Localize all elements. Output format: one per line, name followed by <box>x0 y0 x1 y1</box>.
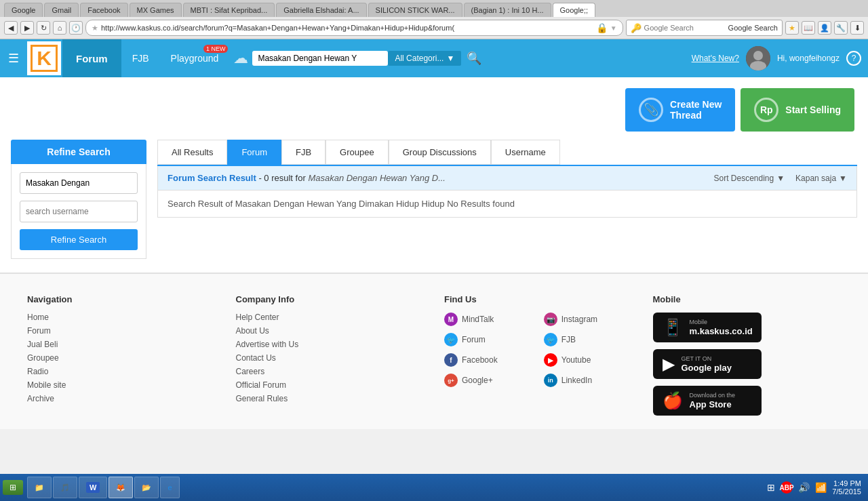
find-us-fjb[interactable]: 🐦 FJB <box>544 333 633 346</box>
start-selling-icon: Rp <box>754 98 778 122</box>
footer-nav-groupee[interactable]: Groupee <box>27 353 216 363</box>
tab-username[interactable]: Username <box>491 140 560 165</box>
search-area: All Results Forum FJB Groupee Group Disc… <box>157 140 857 259</box>
browser-search-bar[interactable]: 🔑 Google Search <box>626 20 783 36</box>
instagram-icon: 📷 <box>544 313 557 326</box>
googleplus-icon: g+ <box>444 374 458 387</box>
create-thread-label: Create NewThread <box>670 99 722 121</box>
footer-advertise[interactable]: Advertise with Us <box>236 340 425 349</box>
find-us-facebook[interactable]: f Facebook <box>444 353 533 367</box>
back-button[interactable]: ◀ <box>4 21 18 35</box>
find-us-googleplus[interactable]: g+ Google+ <box>444 374 533 387</box>
bookmark-icon[interactable]: 📖 <box>802 21 815 35</box>
content-area: Refine Search Refine Search All Results … <box>0 140 868 273</box>
refine-search-button[interactable]: Refine Search <box>20 229 138 250</box>
search-icon[interactable]: 🔍 <box>461 51 487 66</box>
tab-all-results[interactable]: All Results <box>157 140 227 165</box>
sidebar-body: Refine Search <box>11 164 146 259</box>
footer-company: Company Info Help Center About Us Advert… <box>236 294 425 416</box>
google-search-input[interactable] <box>644 24 726 32</box>
kaskus-mobile-text: Mobile m.kaskus.co.id <box>690 319 753 336</box>
tab-gmail[interactable]: Gmail <box>44 3 79 17</box>
nav-playground[interactable]: Playground 1 NEW <box>160 39 230 77</box>
tab-mbti[interactable]: MBTI : Sifat Kepribad... <box>183 3 275 17</box>
find-us-mindtalk[interactable]: M MindTalk <box>444 313 533 326</box>
nav-forum[interactable]: Forum <box>62 39 121 77</box>
tab-mxgames[interactable]: MX Games <box>130 3 182 17</box>
find-us-forum[interactable]: 🐦 Forum <box>444 333 533 346</box>
kaskus-mobile-subtitle: Mobile <box>690 319 753 326</box>
user-avatar[interactable] <box>746 46 770 71</box>
find-us-instagram[interactable]: 📷 Instagram <box>544 313 633 326</box>
find-us-linkedin[interactable]: in LinkedIn <box>544 374 633 387</box>
download-icon[interactable]: ⬇ <box>850 21 864 35</box>
footer-help-center[interactable]: Help Center <box>236 313 425 322</box>
nav-fjb[interactable]: FJB <box>121 39 160 77</box>
create-thread-icon: 📎 <box>639 98 663 122</box>
google-play-badge[interactable]: ▶ GET IT ON Google play <box>653 349 762 379</box>
tab-google2[interactable]: Google;; <box>553 3 596 17</box>
google-play-text: GET IT ON Google play <box>682 355 732 373</box>
footer-contact-us[interactable]: Contact Us <box>236 353 425 363</box>
tab-facebook[interactable]: Facebook <box>80 3 127 17</box>
footer-nav-jualbeli[interactable]: Jual Beli <box>27 340 216 349</box>
lock-icon: ★ <box>92 24 98 33</box>
refresh-button[interactable]: ↻ <box>37 21 50 35</box>
footer-grid: Navigation Home Forum Jual Beli Groupee … <box>27 294 841 416</box>
create-thread-button[interactable]: 📎 Create NewThread <box>625 88 735 132</box>
tab-forum[interactable]: Forum <box>227 140 281 165</box>
footer-mobile: Mobile 📱 Mobile m.kaskus.co.id ▶ GET IT … <box>653 294 842 416</box>
extensions-icon[interactable]: 🔧 <box>834 21 848 35</box>
tab-groupee[interactable]: Groupee <box>326 140 389 165</box>
tab-fjb[interactable]: FJB <box>281 140 326 165</box>
app-store-badge[interactable]: 🍎 Download on the App Store <box>653 386 762 416</box>
start-selling-button[interactable]: Rp Start Selling <box>741 88 854 132</box>
footer-official-forum[interactable]: Official Forum <box>236 380 425 390</box>
footer-about-us[interactable]: About Us <box>236 326 425 336</box>
tab-gabriella[interactable]: Gabriella Elshadai: A... <box>276 3 366 17</box>
keyword-input[interactable] <box>20 172 138 194</box>
footer-nav-mobile[interactable]: Mobile site <box>27 380 216 390</box>
site-logo[interactable]: K <box>27 41 61 75</box>
help-icon[interactable]: ? <box>846 51 861 66</box>
tab-group-discussions[interactable]: Group Discussions <box>389 140 491 165</box>
twitter-forum-icon: 🐦 <box>444 333 458 346</box>
tab-bagian[interactable]: (Bagian 1) : Ini 10 H... <box>464 3 551 17</box>
time-filter[interactable]: Kapan saja ▼ <box>795 174 847 183</box>
footer-careers[interactable]: Careers <box>236 367 425 376</box>
kaskus-mobile-badge[interactable]: 📱 Mobile m.kaskus.co.id <box>653 313 762 342</box>
footer-nav-forum[interactable]: Forum <box>27 326 216 336</box>
result-title-area: Forum Search Result - 0 result for Masak… <box>167 173 446 183</box>
username-input[interactable] <box>20 201 138 222</box>
nav-right: What's New? Hi, wongfeihongz ? <box>692 46 868 71</box>
chevron-down-icon: ▼ <box>446 54 454 63</box>
mindtalk-icon: M <box>444 313 458 326</box>
home-button[interactable]: ⌂ <box>53 21 66 35</box>
footer-find-us: Find Us M MindTalk 📷 Instagram 🐦 Forum 🐦… <box>444 294 633 416</box>
dropdown-icon[interactable]: ▼ <box>610 24 617 32</box>
whats-new-link[interactable]: What's New? <box>692 54 739 63</box>
history-button[interactable]: 🕐 <box>69 21 83 35</box>
footer-general-rules[interactable]: General Rules <box>236 394 425 403</box>
find-us-youtube[interactable]: ▶ Youtube <box>544 353 633 367</box>
google-play-subtitle: GET IT ON <box>682 355 732 363</box>
footer-nav-radio[interactable]: Radio <box>27 367 216 376</box>
hamburger-menu[interactable]: ☰ <box>0 51 27 66</box>
url-bar[interactable]: ★ http://www.kaskus.co.id/search/forum?q… <box>85 20 623 36</box>
tab-google[interactable]: Google <box>4 3 43 17</box>
footer-nav-home[interactable]: Home <box>27 313 216 322</box>
browser-tabs: Google Gmail Facebook MX Games MBTI : Si… <box>0 0 868 17</box>
nav-search-input[interactable] <box>252 51 388 66</box>
user-greeting: Hi, wongfeihongz <box>777 54 840 63</box>
categories-dropdown[interactable]: All Categori... ▼ <box>388 51 461 66</box>
tab-silicon[interactable]: SILICON STICK WAR... <box>368 3 462 17</box>
footer-nav-archive[interactable]: Archive <box>27 394 216 403</box>
profile-icon[interactable]: 👤 <box>818 21 831 35</box>
kaskus-logo-k: K <box>31 45 58 72</box>
result-query: Masakan Dengan Hewan Yang D... <box>308 173 446 183</box>
start-selling-label: Start Selling <box>785 104 841 115</box>
star-icon[interactable]: ★ <box>785 21 799 35</box>
forward-button[interactable]: ▶ <box>20 21 34 35</box>
facebook-icon: f <box>444 353 458 367</box>
sort-descending[interactable]: Sort Descending ▼ <box>713 174 785 183</box>
